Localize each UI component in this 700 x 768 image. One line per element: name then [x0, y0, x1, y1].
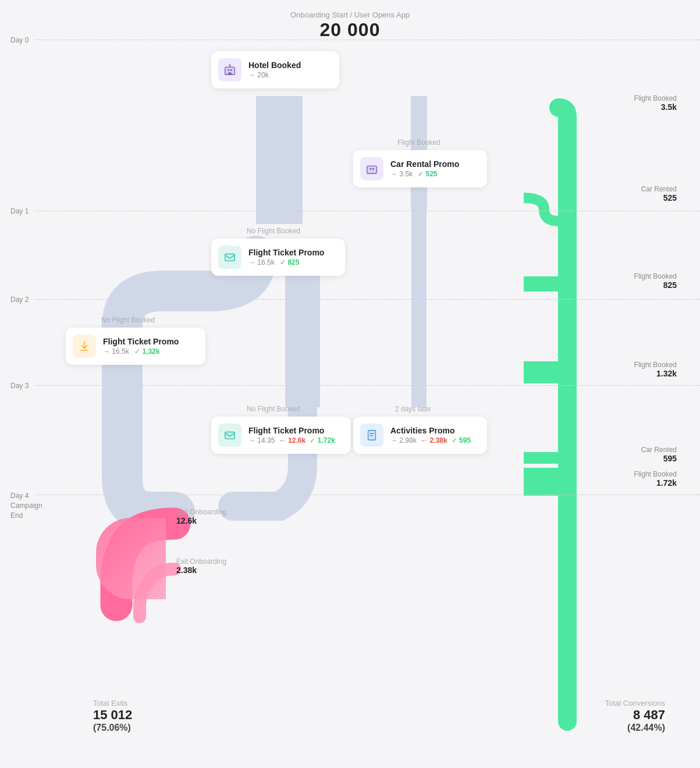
hotel-booked-title: Hotel Booked — [248, 61, 301, 70]
hotel-booked-content: Hotel Booked → 20k — [248, 61, 301, 79]
day-label-0: Day 0 — [10, 36, 29, 45]
flight-ticket-1-meta: → 16.5k ✓ 825 — [248, 258, 324, 266]
right-label-flight-1-72k: Flight Booked 1.72k — [634, 470, 677, 488]
flight-ticket-2-arrow: → 16.5k — [103, 347, 129, 355]
total-conversions: Total Conversions 8 487 (42.44%) — [605, 699, 665, 733]
act-red: 2.38k — [429, 436, 447, 445]
svg-rect-2 — [228, 69, 229, 71]
flight-ticket-1-check: ✓ — [280, 258, 286, 266]
rl-value-flight-1-72k: 1.72k — [634, 478, 677, 488]
rl-value-car-595: 595 — [641, 454, 677, 463]
activities-promo-card[interactable]: Activities Promo → 2.98k ← 2.38k ✓ 595 — [353, 417, 487, 454]
act-check: ✓ — [452, 436, 457, 445]
day-line-4 — [35, 495, 700, 495]
car-rental-content: Car Rental Promo → 3.5k ✓ 525 — [390, 159, 459, 178]
ft3-arrow: → 14.35 — [248, 436, 275, 445]
flight-ticket-promo-3-card[interactable]: Flight Ticket Promo → 14.35 ← 12.6k ✓ 1.… — [211, 417, 351, 454]
rl-title-car-595: Car Rented — [641, 446, 677, 454]
car-rental-check: ✓ — [418, 170, 424, 178]
total-exits-label: Total Exits — [93, 699, 132, 707]
flight-ticket-3-title: Flight Ticket Promo — [248, 426, 335, 435]
car-rental-green: 525 — [426, 170, 438, 178]
svg-rect-4 — [228, 73, 232, 75]
day-line-3 — [35, 385, 700, 386]
flight-ticket-promo-1-card[interactable]: Flight Ticket Promo → 16.5k ✓ 825 — [211, 239, 345, 276]
exit-2-label: Exit Onboarding — [176, 557, 226, 566]
rl-value-flight-1-32k: 1.32k — [634, 369, 677, 378]
rl-title-car-525: Car Rented — [641, 185, 677, 193]
header-subtitle: Onboarding Start / User Opens App — [0, 10, 700, 19]
car-rental-arrow: → 3.5k — [390, 170, 413, 178]
rl-title-flight-825: Flight Booked — [634, 272, 677, 280]
svg-rect-11 — [225, 432, 235, 439]
flight-ticket-2-check: ✓ — [134, 347, 140, 355]
day-label-1: Day 1 — [10, 207, 29, 216]
car-rental-promo-card[interactable]: Car Rental Promo → 3.5k ✓ 525 — [353, 150, 487, 187]
ft3-check: ✓ — [310, 436, 315, 445]
right-label-flight-1-32k: Flight Booked 1.32k — [634, 361, 677, 378]
day-line-0 — [35, 40, 700, 40]
car-rental-icon — [360, 157, 383, 180]
header: Onboarding Start / User Opens App 20 000 — [0, 10, 700, 41]
ft3-red: 12.6k — [288, 436, 305, 445]
right-label-flight-825: Flight Booked 825 — [634, 272, 677, 290]
exit-2-container: Exit Onboarding 2.38k — [176, 557, 226, 575]
flight-ticket-3-content: Flight Ticket Promo → 14.35 ← 12.6k ✓ 1.… — [248, 426, 335, 445]
svg-rect-14 — [369, 435, 373, 436]
flight-email-1-icon — [218, 246, 241, 269]
flight-ticket-2-content: Flight Ticket Promo → 16.5k ✓ 1,32k — [103, 337, 179, 355]
branch-label-no-flight-3: No Flight Booked — [215, 405, 332, 413]
main-container: Onboarding Start / User Opens App 20 000… — [0, 0, 700, 768]
day-line-1 — [35, 211, 700, 211]
total-conv-pct: (42.44%) — [605, 723, 665, 733]
svg-point-5 — [229, 64, 231, 66]
total-exits-pct: (75.06%) — [93, 723, 132, 733]
day-label-2: Day 2 — [10, 296, 29, 305]
activities-icon — [360, 424, 383, 447]
svg-rect-9 — [372, 168, 374, 170]
branch-label-no-flight-2: No Flight Booked — [70, 316, 186, 324]
day-label-4: Day 4CampaignEnd — [10, 491, 42, 520]
flight-download-icon — [73, 335, 96, 358]
hotel-booked-arrow: → 20k — [248, 71, 269, 79]
header-title: 20 000 — [0, 19, 700, 41]
day-label-3: Day 3 — [10, 382, 29, 391]
activities-title: Activities Promo — [390, 426, 471, 435]
exit-1-container: Exit Onboarding 12.6k — [176, 508, 226, 525]
branch-label-flight-booked-1: Flight Booked — [361, 138, 477, 147]
exit-blob — [96, 518, 166, 599]
rl-value-car-525: 525 — [641, 193, 677, 202]
car-rental-meta: → 3.5k ✓ 525 — [390, 170, 459, 178]
right-label-flight-3-5k: Flight Booked 3.5k — [634, 94, 677, 112]
branch-label-no-flight-1: No Flight Booked — [215, 227, 332, 235]
svg-rect-6 — [367, 166, 377, 173]
right-label-car-525: Car Rented 525 — [641, 185, 677, 202]
act-arrow: → 2.98k — [390, 436, 417, 445]
flight-ticket-1-content: Flight Ticket Promo → 16.5k ✓ 825 — [248, 248, 324, 266]
act-red-icon: ← — [421, 436, 428, 445]
hotel-booked-card[interactable]: Hotel Booked → 20k — [211, 51, 339, 88]
flight-ticket-1-green: 825 — [287, 258, 299, 266]
hotel-icon — [218, 58, 241, 81]
exit-2-value: 2.38k — [176, 566, 226, 575]
flight-ticket-2-meta: → 16.5k ✓ 1,32k — [103, 347, 179, 355]
flight-ticket-promo-2-card[interactable]: Flight Ticket Promo → 16.5k ✓ 1,32k — [66, 328, 205, 365]
activities-content: Activities Promo → 2.98k ← 2.38k ✓ 595 — [390, 426, 471, 445]
svg-rect-10 — [225, 254, 235, 261]
flight-ticket-1-title: Flight Ticket Promo — [248, 248, 324, 257]
right-label-car-595: Car Rented 595 — [641, 446, 677, 463]
ft3-red-icon: ← — [279, 436, 286, 445]
flight-ticket-1-arrow: → 16.5k — [248, 258, 275, 266]
total-exits-value: 15 012 — [93, 707, 132, 723]
svg-rect-8 — [369, 168, 371, 170]
rl-value-flight-3-5k: 3.5k — [634, 102, 677, 112]
flight-ticket-3-meta: → 14.35 ← 12.6k ✓ 1.72k — [248, 436, 335, 445]
svg-rect-13 — [369, 433, 374, 433]
rl-title-flight-1-72k: Flight Booked — [634, 470, 677, 478]
svg-rect-3 — [230, 69, 232, 71]
flight-ticket-2-title: Flight Ticket Promo — [103, 337, 179, 346]
rl-title-flight-3-5k: Flight Booked — [634, 94, 677, 102]
total-exits: Total Exits 15 012 (75.06%) — [93, 699, 132, 733]
rl-title-flight-1-32k: Flight Booked — [634, 361, 677, 369]
day-line-2 — [35, 299, 700, 300]
